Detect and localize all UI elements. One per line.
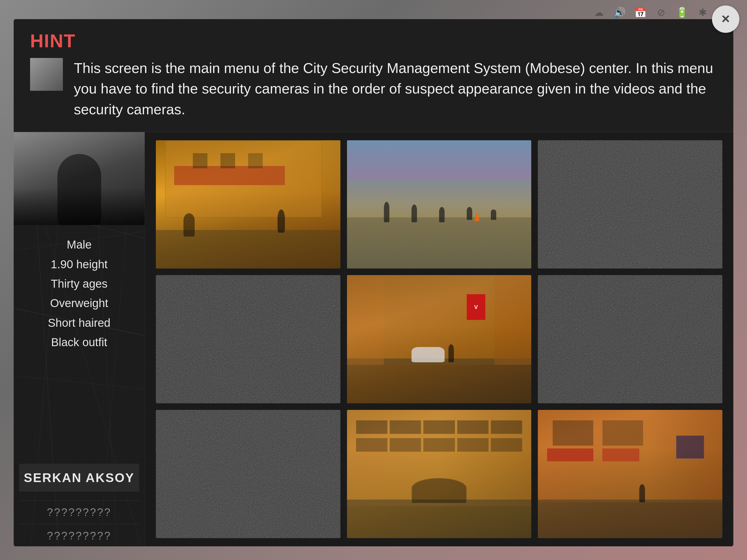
cam-2-fig-3	[439, 207, 445, 222]
no-entry-icon: ⊘	[654, 5, 668, 20]
content-area: Male 1.90 height Thirty ages Overweight …	[14, 132, 733, 546]
w2	[390, 420, 421, 434]
w5	[491, 420, 522, 434]
cam-2-cone	[474, 211, 480, 221]
suspect-attr-build: Overweight	[19, 294, 139, 313]
w6	[356, 438, 387, 452]
cam-2-fig-1	[384, 202, 389, 222]
camera-7[interactable]	[156, 410, 340, 538]
suspect-attr-age: Thirty ages	[19, 274, 139, 294]
cam-9-deco	[538, 410, 722, 538]
cam-2-fig-4	[467, 207, 472, 220]
cam-8-road	[347, 500, 532, 538]
hint-thumbnail	[30, 58, 63, 91]
hint-panel: HINT This screen is the main menu of the…	[14, 19, 733, 132]
cam-9-shop-win-1	[552, 420, 593, 446]
cam-2-sky	[347, 140, 532, 179]
cam-8-deco	[347, 410, 532, 538]
cam-8-windows-2	[356, 438, 522, 452]
question-marks-2: ?????????	[47, 530, 111, 542]
cam-8-windows-1	[356, 420, 522, 434]
cam-1-deco	[156, 140, 340, 269]
bluetooth-icon: ✱	[696, 5, 710, 20]
cam-8-arch	[412, 478, 467, 504]
cam-1-window-2	[221, 153, 235, 169]
hint-text: This screen is the main menu of the City…	[74, 58, 717, 120]
divider-2	[19, 524, 139, 524]
w7	[390, 438, 421, 452]
camera-6[interactable]	[538, 275, 722, 403]
camera-9[interactable]	[538, 410, 722, 538]
unknown-field-2: ?????????	[14, 525, 145, 546]
cam-5-road	[347, 358, 532, 403]
cam-5-car	[412, 347, 445, 362]
cam-1-figure-2	[183, 213, 195, 236]
w8	[423, 438, 455, 452]
camera-2[interactable]	[347, 140, 532, 269]
camera-3[interactable]	[538, 140, 722, 269]
battery-icon: 🔋	[675, 5, 689, 20]
w1	[356, 420, 387, 434]
cam-2-fig-5	[491, 209, 496, 220]
camera-1[interactable]	[156, 140, 340, 269]
cam-4-noise-2	[156, 275, 340, 403]
left-panel: Male 1.90 height Thirty ages Overweight …	[14, 132, 145, 546]
cam-5-bldg-right	[494, 275, 531, 365]
camera-5[interactable]: V	[347, 275, 532, 403]
cam-6-noise-2	[538, 275, 722, 403]
hint-body: This screen is the main menu of the City…	[30, 58, 717, 120]
cam-9-road	[538, 500, 722, 538]
camera-8[interactable]	[347, 410, 532, 538]
cam-9-sign	[676, 436, 704, 459]
camera-grid: V	[145, 132, 733, 546]
cam-9-awning-red	[547, 449, 593, 461]
cam-5-bldg-left	[347, 275, 384, 365]
suspect-attr-gender: Male	[19, 235, 139, 254]
cam-9-awning-2	[602, 449, 639, 461]
camera-4[interactable]	[156, 275, 340, 403]
cam-9-shop-win-2	[602, 420, 643, 446]
cam-5-figure	[448, 344, 454, 362]
w4	[457, 420, 489, 434]
cam-9-figure	[639, 484, 645, 502]
camera-row-2: V	[156, 275, 722, 403]
suspect-attr-height: 1.90 height	[19, 255, 139, 274]
unknown-field-1: ?????????	[14, 502, 145, 523]
suspect-attr-hair: Short haired	[19, 313, 139, 332]
cam-1-awning	[174, 166, 285, 185]
system-bar: ☁ 🔊 📅 ⊘ 🔋 ✱	[592, 5, 730, 20]
cam-1-window-3	[248, 153, 263, 169]
cam-3-noise-2	[538, 140, 722, 269]
close-icon: ×	[722, 11, 730, 26]
cam-2-road	[347, 218, 532, 269]
cam-2-deco	[347, 140, 532, 269]
question-marks-1: ?????????	[47, 506, 111, 518]
cloud-icon: ☁	[592, 5, 606, 20]
suspect-name-box: SERKAN AKSOY	[19, 464, 139, 492]
close-button[interactable]: ×	[712, 5, 739, 33]
cam-1-window-1	[193, 153, 208, 169]
cam-2-fig-2	[412, 205, 417, 223]
photo-overlay	[14, 132, 145, 225]
w10	[491, 438, 522, 452]
w9	[457, 438, 489, 452]
suspect-attributes: Male 1.90 height Thirty ages Overweight …	[14, 225, 145, 464]
cam-7-noise-2	[156, 410, 340, 538]
volume-icon: 🔊	[613, 5, 627, 20]
camera-row-1	[156, 140, 722, 269]
suspect-photo	[14, 132, 145, 225]
camera-row-3	[156, 410, 722, 538]
suspect-attr-outfit: Black outfit	[19, 332, 139, 352]
main-window: HINT This screen is the main menu of the…	[14, 19, 733, 546]
calendar-icon: 📅	[633, 5, 647, 20]
cam-1-figure	[278, 209, 285, 232]
w3	[423, 420, 455, 434]
cam-5-sign: V	[467, 294, 485, 320]
cam-5-deco: V	[347, 275, 532, 403]
hint-title: HINT	[30, 30, 717, 51]
suspect-name: SERKAN AKSOY	[24, 470, 135, 485]
